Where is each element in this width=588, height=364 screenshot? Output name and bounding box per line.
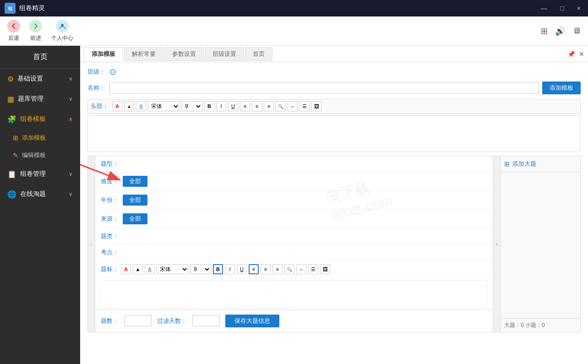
grid-icon[interactable]: ⊞ [541,26,548,36]
level-value[interactable]: ⊙ [109,67,116,77]
tab-home[interactable]: 首页 [245,47,272,61]
tag-replace-button[interactable]: ↔ [296,264,306,274]
restore-button[interactable]: □ [557,4,566,13]
sidebar-section-header-template[interactable]: 🧩 组卷模板 ∧ [0,109,80,129]
align-left-button[interactable]: ≡ [240,101,250,111]
tag-editor-area[interactable] [101,280,487,308]
tab-add-template[interactable]: 添加模板 [84,47,123,61]
tab-level-settings[interactable]: 层级设置 [205,47,244,61]
sidebar-section-header-online[interactable]: 🌐 在线淘题 ∨ [0,184,80,204]
sidebar-section-header-basic[interactable]: ⚙ 基础设置 ∨ [0,69,80,89]
tag-bold-button[interactable]: B [213,264,223,274]
close-button[interactable]: × [574,4,583,13]
back-button[interactable]: 后退 [7,20,20,42]
online-icon: 🌐 [7,190,16,199]
quiz-arrow: ∨ [69,171,73,177]
titlebar-left: 组 组卷精灵 [5,3,45,14]
tag-font-family-select[interactable]: 宋体 [157,264,189,274]
tab-param-settings[interactable]: 参数设置 [164,47,204,61]
font-color-red-button[interactable]: A [112,101,122,111]
image-button[interactable]: 🖼 [311,101,321,111]
italic-button[interactable]: I [216,101,226,111]
sidebar-item-add-template[interactable]: ⊞ 添加模板 [0,129,80,147]
add-big-question-button[interactable]: ⊞ 添加大题 [501,156,580,172]
tag-color-red-button[interactable]: A [121,264,131,274]
name-input[interactable] [109,82,539,94]
basic-settings-icon: ⚙ [7,75,14,83]
replace-button[interactable]: ↔ [288,101,298,111]
font-family-select[interactable]: 宋体黑体楷体 [148,101,180,111]
tag-italic-button[interactable]: I [225,264,235,274]
big-question-footer: 大题：0 小题：0 [501,318,580,332]
profile-button[interactable]: 个人中心 [51,20,73,42]
filter-tag-row: 题标： A ▲ A 宋体 9 B I U ≡ ≡ ≡ 🔍 ↔ [95,261,493,278]
scroll-right-button[interactable]: › [493,156,500,332]
tag-color-dark-button[interactable]: ▲ [133,264,143,274]
audio-icon[interactable]: 🔊 [555,26,565,36]
content-area: 添加模板 解析常量 参数设置 层级设置 首页 📌 ✕ 层级： [80,46,588,364]
app-title: 组卷精灵 [19,4,45,12]
find-button[interactable]: 🔍 [276,101,286,111]
display-icon[interactable]: 🖥 [572,26,581,36]
tag-font-size-select[interactable]: 9 [191,264,211,274]
sidebar-section-header-quiz[interactable]: 📋 组卷管理 ∨ [0,164,80,184]
tag-align-right-button[interactable]: ≡ [272,264,283,274]
add-big-question-icon: ⊞ [504,160,510,168]
sidebar-home[interactable]: 首页 [0,46,80,69]
tag-align-center-button[interactable]: ≡ [261,264,271,274]
tag-underline-button[interactable]: U [237,264,247,274]
underline-button[interactable]: U [228,101,238,111]
filter-source-label: 来源： [101,215,119,223]
add-template-button[interactable]: 添加模板 [542,81,581,94]
bold-button[interactable]: B [204,101,214,111]
scroll-left-button[interactable]: ‹ [88,156,95,332]
filter-days-label: 过滤天数： [157,317,187,325]
back-label: 后退 [8,34,19,42]
scroll-right-icon: › [496,241,498,247]
tag-align-left-button[interactable]: ≡ [249,264,259,274]
filter-difficulty-label: 难度： [101,177,119,185]
align-right-button[interactable]: ≡ [264,101,274,111]
minimize-button[interactable]: — [538,4,550,13]
sidebar-item-edit-template[interactable]: ✎ 编辑模板 [0,147,80,164]
tabs-bar: 添加模板 解析常量 参数设置 层级设置 首页 📌 ✕ [80,46,588,62]
forward-button[interactable]: 前进 [29,20,42,42]
difficulty-all-button[interactable]: 全部 [123,176,147,187]
titlebar-controls: — □ × [538,4,583,13]
titlebar: 组 组卷精灵 — □ × [0,0,588,16]
filter-days-input[interactable]: 0 [192,315,220,326]
profile-label: 个人中心 [51,34,73,42]
basic-settings-arrow: ∨ [69,76,73,82]
tag-highlight-button[interactable]: A [145,264,155,274]
name-label: 名称： [87,84,106,92]
font-color-dark-button[interactable]: ▲ [124,101,134,111]
svg-text:组: 组 [8,6,13,11]
tag-find-button[interactable]: 🔍 [284,264,294,274]
filter-knowledge-label: 考点： [101,248,119,256]
count-input[interactable]: 0 [124,315,152,326]
align-center-button[interactable]: ≡ [252,101,262,111]
year-all-button[interactable]: 全部 [123,195,147,206]
sidebar-section-library: ▦ 题库管理 ∨ [0,89,80,109]
scroll-left-icon: ‹ [91,241,93,247]
forward-label: 前进 [30,34,41,42]
library-arrow: ∨ [69,96,73,102]
tag-image-button[interactable]: 🖼 [320,264,330,274]
tab-parse-constants[interactable]: 解析常量 [124,47,163,61]
big-question-content [501,172,580,318]
template-arrow: ∧ [69,116,73,122]
template-label: 组卷模板 [20,115,65,123]
tabs-close-icon[interactable]: ✕ [579,50,584,58]
filter-source-row: 来源： 全部 [95,210,493,228]
page-content: 层级： ⊙ 名称： 添加模板 头部： A ▲ A 宋体黑体楷体 [80,62,588,364]
sidebar-section-header-library[interactable]: ▦ 题库管理 ∨ [0,89,80,109]
tabs-pin-icon[interactable]: 📌 [567,50,575,58]
list-button[interactable]: ☰ [299,101,310,111]
font-size-select[interactable]: 9101112 [182,101,202,111]
head-editor-area[interactable] [87,115,581,152]
source-all-button[interactable]: 全部 [123,213,147,224]
tag-list-button[interactable]: ☰ [308,264,318,274]
save-big-question-button[interactable]: 保存大题信息 [225,315,279,327]
filter-panel: 题型： 难度： 全部 年份： 全部 来源： [95,156,493,332]
font-highlight-button[interactable]: A [136,101,146,111]
